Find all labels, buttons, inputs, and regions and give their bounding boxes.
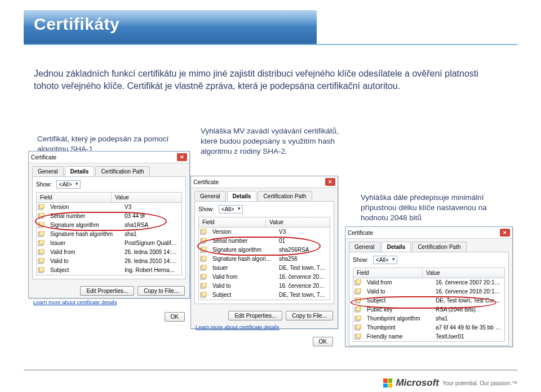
table-row[interactable]: Signature algorithmsha1RSA — [37, 221, 181, 230]
svg-rect-39 — [356, 306, 361, 311]
table-row[interactable]: IssuerPostSignum Qualified CA, Česk... — [37, 239, 181, 248]
table-row[interactable]: SubjectDE, Test town, Test Corp., Te... — [199, 291, 330, 300]
titlebar[interactable]: Certificate ✕ — [29, 152, 189, 163]
field-name: Valid to — [363, 287, 432, 296]
caption-right: Vyhláška dále předepisuje minimální příp… — [361, 193, 507, 224]
table-row[interactable]: Valid from16. července 2007 20:13:11 — [199, 273, 330, 282]
table-row[interactable]: Valid to26. ledna 2010 14:42:18 — [37, 257, 181, 266]
tab-details[interactable]: Details — [227, 191, 257, 201]
field-name: Valid from — [47, 248, 121, 257]
show-label: Show: — [353, 257, 369, 263]
svg-rect-3 — [39, 213, 44, 217]
edit-properties-button[interactable]: Edit Properties... — [228, 311, 282, 320]
details-grid[interactable]: Field Value Valid from16. července 2007 … — [353, 268, 505, 342]
footer: Microsoft Your potential. Our passion.™ — [0, 369, 541, 392]
field-name: Thumbprint — [363, 323, 432, 332]
table-row[interactable]: VersionV3 — [37, 203, 181, 212]
tab-cert-path[interactable]: Certification Path — [95, 166, 149, 176]
edit-properties-button[interactable]: Edit Properties... — [80, 286, 134, 296]
svg-rect-27 — [202, 274, 206, 278]
table-row[interactable]: Valid from16. července 2007 20:13:11 — [353, 278, 504, 287]
field-value: 16. července 2007 20:13:11 — [276, 273, 330, 282]
table-row[interactable]: Signature hash algorithmsha1 — [37, 230, 181, 239]
field-icon — [353, 314, 363, 323]
details-grid[interactable]: Field Value VersionV3Serial number03 44 … — [36, 192, 182, 275]
show-select-wrap: <All> — [56, 180, 81, 189]
ok-button[interactable]: OK — [165, 312, 185, 322]
certificate-dialog-3: Certificate ✕ General Details Certificat… — [345, 226, 513, 347]
table-row[interactable]: Thumbprinta7 6f 44 49 fd 8e 35 bb d2 cb … — [353, 323, 504, 332]
table-row[interactable]: VersionV3 — [199, 228, 330, 237]
title-banner: Certifikáty — [24, 10, 317, 44]
table-row[interactable]: SubjectIng. Robert Hernady, 1, Ing... — [37, 266, 181, 275]
field-icon — [199, 228, 209, 237]
field-name: Signature algorithm — [209, 246, 276, 255]
dialog-title: Certificate — [193, 179, 219, 185]
close-icon[interactable]: ✕ — [500, 229, 510, 237]
certificate-dialog-1: Certificate ✕ General Details Certificat… — [28, 151, 190, 299]
svg-rect-21 — [202, 247, 206, 251]
copy-to-file-button[interactable]: Copy to File... — [286, 311, 333, 320]
tab-general[interactable]: General — [32, 166, 64, 176]
titlebar[interactable]: Certificate ✕ — [191, 176, 338, 188]
field-name: Signature algorithm — [47, 221, 121, 230]
table-row[interactable]: Public keyRSA (2048 Bits) — [353, 305, 504, 314]
table-row[interactable]: Serial number03 44 9f — [37, 212, 181, 221]
learn-prefix: Learn more about — [33, 299, 77, 305]
show-select[interactable]: <All> — [56, 180, 81, 189]
learn-more-link[interactable]: Learn more about certificate details — [29, 299, 189, 309]
show-label: Show: — [36, 181, 52, 188]
tabstrip: General Details Certification Path — [191, 188, 338, 201]
field-name: Valid to — [209, 282, 276, 291]
table-row[interactable]: SubjectDE, Test town, Test Corp., Te... — [353, 296, 504, 305]
details-panel: Show: <All> Field Value Valid from16. če… — [349, 252, 509, 346]
col-value: Value — [266, 217, 330, 227]
close-icon[interactable]: ✕ — [325, 178, 335, 186]
ok-button[interactable]: OK — [313, 337, 333, 346]
details-panel: Show: <All> Field Value VersionV3Serial … — [32, 176, 186, 279]
field-name: Signature hash algorithm — [209, 255, 276, 264]
field-icon — [199, 237, 209, 246]
tab-general[interactable]: General — [194, 191, 226, 201]
field-value: 26. ledna 2009 14:42:18 — [121, 248, 181, 257]
table-row[interactable]: IssuerDE, Test town, Test Corp., Te... — [199, 264, 330, 273]
table-row[interactable]: Thumbprint algorithmsha1 — [353, 314, 504, 323]
table-row[interactable]: Valid to16. července 2018 20:13:11 — [353, 287, 504, 296]
tab-cert-path[interactable]: Certification Path — [258, 191, 312, 201]
table-row[interactable]: Valid from26. ledna 2009 14:42:18 — [37, 248, 181, 257]
tab-details[interactable]: Details — [65, 166, 95, 176]
details-grid[interactable]: Field Value VersionV3Serial number01Sign… — [198, 217, 330, 300]
show-label: Show: — [198, 206, 214, 212]
table-row[interactable]: Signature algorithmsha256RSA — [199, 246, 330, 255]
learn-link-text: certificate details — [77, 299, 117, 305]
tab-general[interactable]: General — [349, 242, 380, 252]
svg-rect-35 — [356, 288, 361, 293]
svg-rect-33 — [356, 279, 361, 284]
field-icon — [353, 332, 363, 341]
microsoft-wordmark: Microsoft — [396, 377, 439, 389]
svg-rect-37 — [356, 297, 361, 302]
field-value: 01 — [276, 237, 330, 246]
svg-rect-31 — [202, 292, 206, 296]
table-row[interactable]: Valid to16. července 2018 20:13:11 — [199, 282, 330, 291]
col-field: Field — [353, 268, 423, 278]
learn-more-link[interactable]: Learn more about certificate details — [191, 324, 338, 333]
show-select[interactable]: <All> — [219, 205, 243, 213]
table-row[interactable]: Friendly nameTestUser01 — [353, 332, 504, 341]
footer-divider — [24, 369, 517, 371]
intro-paragraph: Jednou základních funkcí certifikátu je … — [34, 68, 490, 92]
svg-rect-13 — [39, 258, 44, 262]
copy-to-file-button[interactable]: Copy to File... — [138, 286, 185, 296]
table-row[interactable]: Serial number01 — [199, 237, 330, 246]
table-row[interactable]: Signature hash algorithmsha256 — [199, 255, 330, 264]
close-icon[interactable]: ✕ — [177, 153, 187, 161]
field-name: Serial number — [47, 212, 121, 221]
field-value: V3 — [276, 228, 330, 237]
show-select-wrap: <All> — [219, 205, 243, 213]
field-value: sha1 — [432, 314, 504, 323]
titlebar[interactable]: Certificate ✕ — [345, 227, 512, 239]
field-value: 03 44 9f — [121, 212, 181, 221]
tab-cert-path[interactable]: Certification Path — [412, 242, 466, 252]
tab-details[interactable]: Details — [382, 242, 411, 252]
show-select[interactable]: <All> — [373, 256, 397, 264]
